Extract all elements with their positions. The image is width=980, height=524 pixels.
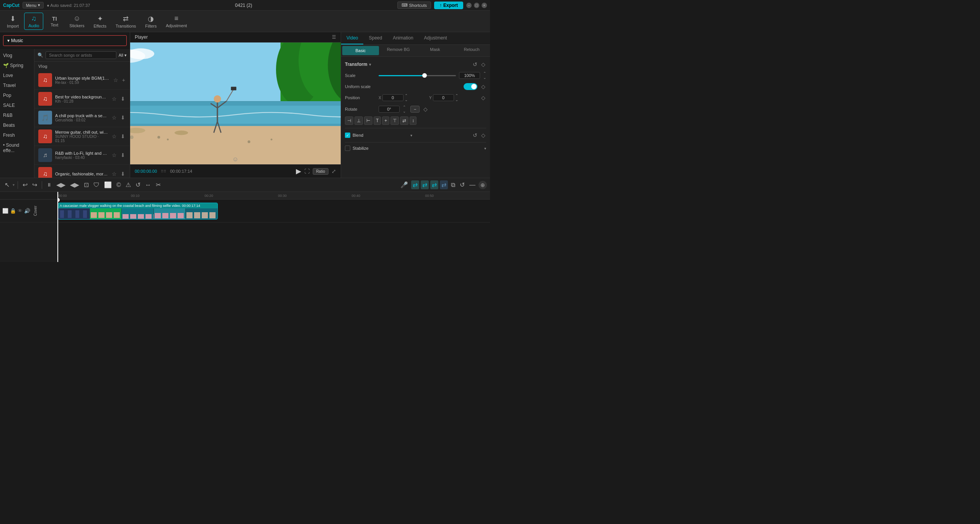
fit-button[interactable]: ↔ <box>144 181 153 189</box>
pip-button[interactable]: ⧉ <box>449 181 457 189</box>
tab-speed[interactable]: Speed <box>363 32 387 44</box>
loop2-button[interactable]: ↺ <box>458 180 466 189</box>
uniform-scale-diamond[interactable]: ◇ <box>480 83 486 90</box>
sidebar-item-beats[interactable]: Beats <box>0 120 34 130</box>
transform-reset-button[interactable]: ↺ <box>472 61 478 68</box>
list-item[interactable]: ♫ Best for video background music Chill … <box>34 90 130 108</box>
toolbar-import[interactable]: ⬇ Import <box>3 13 23 30</box>
split-button[interactable]: ⏸ <box>45 181 53 188</box>
favorite-button[interactable]: ☆ <box>111 151 118 159</box>
search-input[interactable] <box>46 51 116 59</box>
player-menu-icon[interactable]: ☰ <box>332 34 336 40</box>
track-eye-icon[interactable]: 👁 <box>18 208 23 214</box>
undo-button[interactable]: ↩ <box>21 180 29 189</box>
cut-button[interactable]: ✂ <box>154 180 162 189</box>
shortcuts-button[interactable]: ⌨ Shortcuts <box>397 2 431 9</box>
toolbar-audio[interactable]: ♫ Audio <box>24 13 43 30</box>
play-button[interactable]: ▶ <box>296 167 301 175</box>
rotate-diamond[interactable]: ◇ <box>423 105 428 113</box>
stabilize-arrow[interactable]: ▾ <box>484 146 486 151</box>
list-item[interactable]: ♫ Organic, fashionable, morning, refresh… <box>34 165 130 178</box>
pos-y-input[interactable] <box>433 94 454 101</box>
rotate-minus-button[interactable]: − <box>410 106 420 113</box>
track-lock-icon[interactable]: 🔒 <box>10 208 16 214</box>
sidebar-item-fresh[interactable]: Fresh <box>0 130 34 140</box>
align-flip-v-button[interactable]: ↕ <box>410 116 416 125</box>
subtab-mask[interactable]: Mask <box>417 45 454 56</box>
link-button[interactable]: ⇄ <box>430 180 438 189</box>
align-tl-button[interactable]: ⇄ <box>411 180 419 189</box>
list-item[interactable]: ♫ Merrow guitar, chill out, winter, emo … <box>34 127 130 146</box>
music-tab[interactable]: ▾ Music <box>3 35 127 46</box>
list-item[interactable]: 🎵 A chill pop truck with a sexy atmosphe… <box>34 108 130 127</box>
wrap-button[interactable]: ⬜ <box>103 180 113 189</box>
favorite-button[interactable]: ☆ <box>113 76 119 84</box>
stabilize-checkbox[interactable] <box>345 146 350 151</box>
scale-value[interactable] <box>459 72 480 79</box>
download-button[interactable]: ⬇ <box>120 170 126 178</box>
sidebar-item-spring[interactable]: 🌱 Spring <box>0 61 34 70</box>
compound-button[interactable]: © <box>115 181 122 189</box>
scale-slider[interactable] <box>379 75 456 76</box>
pos-y-stepper[interactable]: ⌃⌄ <box>455 93 458 102</box>
download-button[interactable]: ⬇ <box>120 133 126 140</box>
toolbar-transitions[interactable]: ⇄ Transitions <box>112 13 140 30</box>
export-button[interactable]: ↑ Export <box>434 2 463 9</box>
subtab-basic[interactable]: Basic <box>342 46 379 55</box>
favorite-button[interactable]: ☆ <box>111 95 118 103</box>
expand-button[interactable]: ⤢ <box>332 168 336 174</box>
menu-button[interactable]: Menu ▾ <box>23 2 44 8</box>
all-filter-button[interactable]: All ▾ <box>119 53 127 58</box>
split2-button[interactable]: ⇄ <box>440 180 448 189</box>
tab-adjustment[interactable]: Adjustment <box>419 32 452 44</box>
align-center-v-button[interactable]: + <box>382 116 389 125</box>
align-left-button[interactable]: ⊣ <box>345 116 353 125</box>
subtab-retouch[interactable]: Retouch <box>453 45 490 56</box>
pos-x-input[interactable] <box>382 94 403 101</box>
redo-button[interactable]: ↪ <box>31 180 39 189</box>
list-item[interactable]: ♫ Urban lounge style BGM(1148490) Re-lax… <box>34 71 130 90</box>
favorite-button[interactable]: ☆ <box>111 114 118 121</box>
track-audio-icon[interactable]: 🔊 <box>24 208 30 214</box>
sidebar-item-vlog[interactable]: Vlog <box>0 51 34 61</box>
position-diamond[interactable]: ◇ <box>480 94 486 102</box>
sidebar-item-love[interactable]: Love <box>0 70 34 80</box>
blend-checkbox[interactable]: ✓ <box>345 133 350 138</box>
download-button[interactable]: ⬇ <box>120 114 126 121</box>
detect-button[interactable]: ⚠ <box>124 180 132 189</box>
toolbar-filters[interactable]: ◑ Filters <box>141 13 160 30</box>
transform-diamond-button[interactable]: ◇ <box>480 61 486 68</box>
download-button[interactable]: ⬇ <box>120 95 126 103</box>
toolbar-text[interactable]: TI Text <box>45 14 64 29</box>
volume-button[interactable]: — <box>468 181 477 189</box>
fullscreen-icon[interactable]: ⛶ <box>304 168 310 174</box>
align-right-button[interactable]: ⊢ <box>364 116 372 125</box>
freeze-button[interactable]: 🛡 <box>92 181 101 189</box>
toolbar-effects[interactable]: ✦ Effects <box>90 13 110 30</box>
ratio-button[interactable]: Ratio <box>313 168 328 175</box>
sidebar-item-rnb[interactable]: R&B <box>0 110 34 120</box>
download-button[interactable]: ⬇ <box>120 151 126 159</box>
toolbar-stickers[interactable]: ☺ Stickers <box>65 13 88 29</box>
align-top-button[interactable]: T <box>374 116 381 125</box>
pos-x-stepper[interactable]: ⌃⌄ <box>405 93 408 102</box>
minimize-button[interactable]: − <box>466 3 472 8</box>
toolbar-adjustment[interactable]: ≡ Adjustment <box>162 13 191 29</box>
stretch-right-button[interactable]: ◀▶ <box>69 180 81 189</box>
align-center-h-button[interactable]: ⊥ <box>354 116 363 125</box>
loop-button[interactable]: ↺ <box>134 180 142 189</box>
connect-button[interactable]: ⇄ <box>421 180 429 189</box>
uniform-scale-toggle[interactable] <box>464 83 477 90</box>
tab-animation[interactable]: Animation <box>387 32 418 44</box>
align-flip-h-button[interactable]: ⇄ <box>400 116 408 125</box>
select-tool-button[interactable]: ↖ <box>3 180 11 189</box>
blend-arrow[interactable]: ▾ <box>410 133 412 138</box>
favorite-button[interactable]: ☆ <box>111 133 118 140</box>
close-button[interactable]: × <box>482 3 487 8</box>
blend-reset-button[interactable]: ↺ <box>472 131 478 139</box>
add-music-button[interactable]: + <box>121 76 126 84</box>
timeline-add-button[interactable]: ⊕ <box>479 181 487 189</box>
sidebar-item-travel[interactable]: Travel <box>0 80 34 90</box>
subtab-removebg[interactable]: Remove BG <box>380 45 417 56</box>
maximize-button[interactable]: □ <box>474 3 479 8</box>
